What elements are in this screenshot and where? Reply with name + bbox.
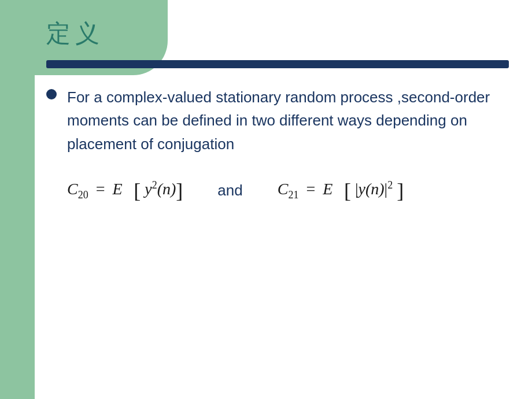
slide-content: 定义 For a complex-valued stationary rando…: [46, 17, 509, 376]
bullet-text: For a complex-valued stationary random p…: [67, 86, 509, 156]
formula-row: C20 = E [ y2(n)] and C21 = E [ |y(n)|2 ]: [67, 179, 509, 203]
formula-right: C21 = E [ |y(n)|2 ]: [278, 179, 404, 203]
formula-left: C20 = E [ y2(n)]: [67, 179, 183, 203]
formula-connector: and: [217, 182, 242, 200]
slide-title: 定义: [46, 17, 509, 50]
divider-bar: [46, 60, 509, 68]
bullet-section: For a complex-valued stationary random p…: [46, 86, 509, 156]
bullet-dot: [46, 89, 57, 99]
